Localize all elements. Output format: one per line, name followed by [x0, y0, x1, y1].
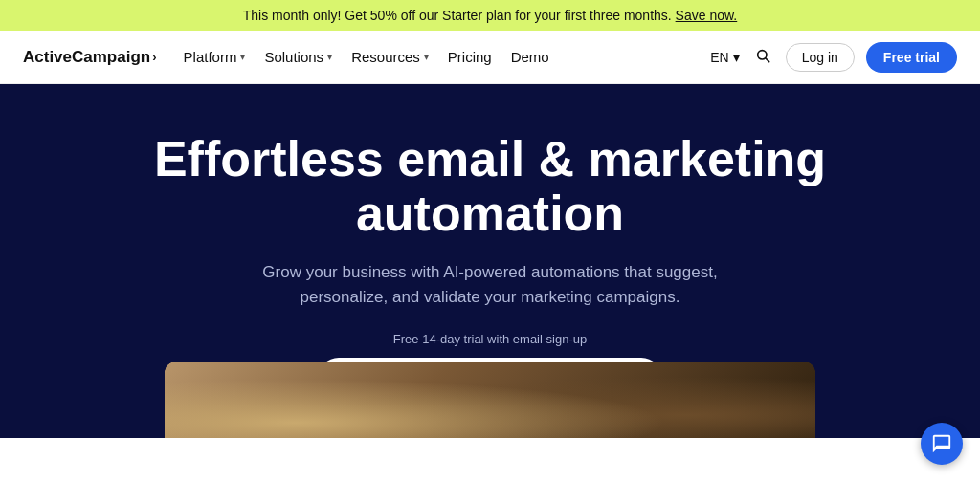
main-nav: ActiveCampaign › Platform ▾ Solutions ▾ …: [0, 31, 980, 84]
nav-left: ActiveCampaign › Platform ▾ Solutions ▾ …: [23, 48, 549, 67]
nav-right: EN ▾ Log in Free trial: [710, 42, 957, 73]
nav-demo-label: Demo: [511, 49, 549, 65]
login-button[interactable]: Log in: [786, 43, 855, 72]
search-icon: [755, 48, 770, 63]
nav-demo[interactable]: Demo: [511, 49, 549, 65]
nav-resources-label: Resources: [351, 49, 420, 65]
banner-cta[interactable]: Save now.: [676, 8, 738, 23]
free-trial-button[interactable]: Free trial: [866, 42, 957, 73]
nav-pricing-label: Pricing: [448, 49, 492, 65]
chat-icon: [931, 433, 952, 454]
logo-arrow: ›: [152, 50, 156, 64]
logo-text: ActiveCampaign: [23, 48, 150, 67]
chevron-down-icon: ▾: [327, 52, 332, 62]
hero-section: Effortless email & marketing automation …: [0, 84, 980, 438]
chat-bubble[interactable]: [921, 423, 963, 465]
nav-platform[interactable]: Platform ▾: [184, 49, 246, 65]
nav-resources[interactable]: Resources ▾: [351, 49, 429, 65]
svg-line-1: [766, 58, 769, 62]
nav-solutions[interactable]: Solutions ▾: [264, 49, 332, 65]
hero-trial-label: Free 14-day trial with email sign-up: [393, 332, 587, 346]
promo-banner: This month only! Get 50% off our Starter…: [0, 0, 980, 31]
hero-title: Effortless email & marketing automation: [145, 132, 835, 241]
lang-label: EN: [710, 50, 728, 65]
hero-image: [165, 362, 815, 438]
chevron-down-icon: ▾: [240, 52, 245, 62]
nav-links: Platform ▾ Solutions ▾ Resources ▾ Prici…: [184, 49, 549, 65]
nav-solutions-label: Solutions: [264, 49, 323, 65]
hero-subtitle: Grow your business with AI-powered autom…: [260, 260, 720, 309]
language-selector[interactable]: EN ▾: [710, 50, 739, 65]
chevron-down-icon: ▾: [424, 52, 429, 62]
chevron-down-icon: ▾: [733, 50, 740, 65]
logo[interactable]: ActiveCampaign ›: [23, 48, 157, 67]
table-decor: [165, 362, 815, 438]
nav-pricing[interactable]: Pricing: [448, 49, 492, 65]
banner-text: This month only! Get 50% off our Starter…: [243, 8, 672, 23]
nav-platform-label: Platform: [184, 49, 237, 65]
hero-image-strip: [165, 362, 815, 438]
search-button[interactable]: [751, 44, 774, 71]
